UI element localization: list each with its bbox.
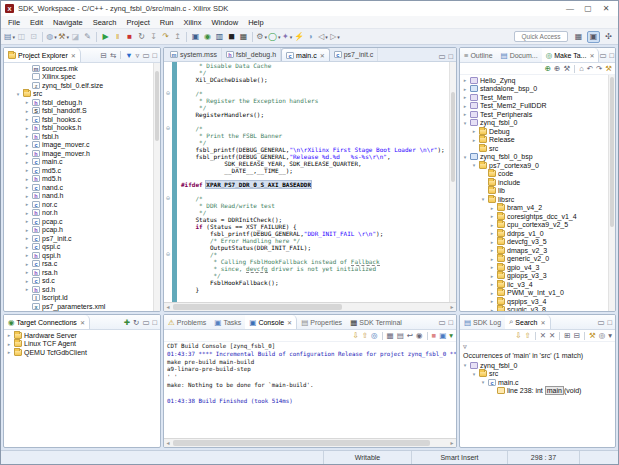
make-target-item-lib[interactable]: lib xyxy=(460,187,615,196)
scrollbar-thumb[interactable] xyxy=(173,440,430,446)
step-return-button[interactable]: ↥ xyxy=(172,31,183,43)
project-item-md5-c[interactable]: ▸cmd5.c xyxy=(4,166,160,175)
project-item-fsbl-h[interactable]: ▸hfsbl.h xyxy=(4,132,160,141)
clean-button[interactable]: ◪ xyxy=(70,31,81,43)
menu-edit[interactable]: Edit xyxy=(25,18,48,27)
make-target-item-zynq-fsbl-0-bsp[interactable]: ▾zynq_fsbl_0_bsp xyxy=(460,153,615,162)
expand-icon[interactable]: ▸ xyxy=(24,278,30,284)
make-target-item-coresightps-dcc-v1-4[interactable]: ▸coresightps_dcc_v1_4 xyxy=(460,212,615,221)
expand-icon[interactable]: ▸ xyxy=(489,298,495,304)
project-item-ps7-parameters-xml[interactable]: xps7_parameters.xml xyxy=(4,302,160,311)
code-line[interactable] xyxy=(164,83,449,90)
next-match-icon[interactable]: ⇩ xyxy=(515,331,521,340)
search-result-item-src[interactable]: ▾src xyxy=(460,370,615,379)
scrollbar-thumb[interactable] xyxy=(173,304,342,310)
make-target-item-test-mem[interactable]: ▸Test_Mem xyxy=(460,93,615,102)
expand-all-icon[interactable]: ⊞ xyxy=(564,331,570,340)
link-editor-icon[interactable]: ⇆ xyxy=(110,51,116,60)
project-item-pcap-c[interactable]: ▸cpcap.c xyxy=(4,217,160,226)
expand-icon[interactable]: ▸ xyxy=(489,247,495,253)
tab-project-explorer[interactable]: Project Explorer ✕ xyxy=(4,48,81,62)
expand-icon[interactable]: ▸ xyxy=(6,341,12,347)
collapse-icon[interactable]: ▾ xyxy=(462,154,468,160)
make-target-item-ddrps-v1-0[interactable]: ▸ddrps_v1_0 xyxy=(460,229,615,238)
scrollbar-horizontal[interactable]: ◄ ► xyxy=(164,438,456,447)
right-bottom-tab-sdk-log[interactable]: ▤SDK Log xyxy=(460,315,505,329)
code-line[interactable]: FsblHookFallback(); xyxy=(164,279,449,286)
search-history-icon[interactable]: ▾ xyxy=(608,331,612,340)
project-item-nand-c[interactable]: ▸cnand.c xyxy=(4,183,160,192)
code-line[interactable]: */ xyxy=(164,209,449,216)
expand-icon[interactable]: ▸ xyxy=(24,108,30,114)
cpp-perspective-button[interactable]: ▣ xyxy=(587,31,600,43)
code-line[interactable]: ⊖ /* xyxy=(164,251,449,258)
code-line[interactable]: } xyxy=(164,286,449,293)
code-line[interactable]: ⊖ /* xyxy=(164,90,449,97)
code-line[interactable]: RegisterHandlers(); xyxy=(164,111,449,118)
maximize-icon[interactable]: □ xyxy=(152,318,157,327)
console-view-button[interactable]: ▣ xyxy=(190,31,201,43)
code-line[interactable]: if (Status == XST_FAILURE) { xyxy=(164,223,449,230)
project-item-sd-c[interactable]: ▸csd.c xyxy=(4,277,160,286)
expand-icon[interactable]: ▸ xyxy=(462,77,468,83)
make-target-item-standalone-bsp-0[interactable]: ▸standalone_bsp_0 xyxy=(460,85,615,94)
menu-file[interactable]: File xyxy=(3,18,25,27)
project-item-qspi-h[interactable]: ▸hqspi.h xyxy=(4,251,160,260)
project-item-xilinx-spec[interactable]: Xilinx.spec xyxy=(4,311,160,312)
menu-navigate[interactable]: Navigate xyxy=(48,18,88,27)
expand-icon[interactable]: ▸ xyxy=(24,184,30,190)
make-target-item-gpiops-v3-3[interactable]: ▸gpiops_v3_3 xyxy=(460,272,615,281)
scrollbar-horizontal[interactable]: ◄ ► xyxy=(164,302,456,311)
minimize-icon[interactable]: ▭ xyxy=(597,318,604,327)
expand-icon[interactable]: ▸ xyxy=(489,213,495,219)
forward-icon[interactable]: ↷ xyxy=(596,64,602,73)
expand-icon[interactable]: ▸ xyxy=(24,227,30,233)
project-item-nand-h[interactable]: ▸hnand.h xyxy=(4,192,160,201)
project-item-main-c[interactable]: ▸cmain.c xyxy=(4,158,160,167)
expand-icon[interactable]: ▸ xyxy=(489,230,495,236)
expand-icon[interactable]: ▸ xyxy=(489,205,495,211)
scrollbar-thumb[interactable] xyxy=(610,77,614,227)
terminal-button[interactable]: ◼ xyxy=(226,31,237,43)
code-line[interactable] xyxy=(164,188,449,195)
edit-button[interactable]: ✎ xyxy=(82,31,93,43)
scroll-right-icon[interactable]: ► xyxy=(448,303,456,311)
scrollbar-vertical[interactable] xyxy=(153,63,160,311)
project-item-pcap-h[interactable]: ▸hpcap.h xyxy=(4,226,160,235)
make-target-item-test-mem2-fullddr[interactable]: ▸Test_Mem2_FullDDR xyxy=(460,102,615,111)
previous-match-icon[interactable]: ⇧ xyxy=(524,331,530,340)
editor-tab-system-mss[interactable]: msystem.mss xyxy=(166,48,222,61)
save-all-button[interactable]: ⊡ xyxy=(28,31,39,43)
fold-icon[interactable]: ⊖ xyxy=(164,195,172,202)
right-top-tab-outline[interactable]: ≡Outline xyxy=(460,48,497,62)
expand-icon[interactable]: ▸ xyxy=(24,252,30,258)
project-item-src[interactable]: ▾src xyxy=(4,90,160,99)
minimize-icon[interactable]: ▭ xyxy=(142,51,149,60)
collapse-icon[interactable]: ▾ xyxy=(480,196,486,202)
code-line[interactable]: * Calling FsblHookFallback instead of Fa… xyxy=(164,258,449,265)
code-line[interactable]: #ifdef XPAR_PS7_DDR_0_S_AXI_BASEADDR xyxy=(164,181,449,188)
expand-icon[interactable]: ▸ xyxy=(462,103,468,109)
code-line[interactable]: OutputStatus(DDR_INIT_FAIL); xyxy=(164,244,449,251)
expand-icon[interactable]: ▸ xyxy=(24,201,30,207)
step-into-button[interactable]: ↧ xyxy=(148,31,159,43)
project-item-nor-h[interactable]: ▸hnor.h xyxy=(4,209,160,218)
expand-icon[interactable]: ▸ xyxy=(462,111,468,117)
expand-icon[interactable]: ▸ xyxy=(489,281,495,287)
terminate-icon[interactable]: ■ xyxy=(432,331,437,340)
code-line[interactable]: Status = DDRInitCheck(); xyxy=(164,216,449,223)
project-item-zynq-fsbl-0-elf-size[interactable]: zzynq_fsbl_0.elf.size xyxy=(4,81,160,90)
console-tab-problems[interactable]: ⚠Problems xyxy=(164,315,210,329)
pause-button[interactable]: ‖ xyxy=(112,31,123,43)
clear-console-icon[interactable]: ▦ xyxy=(387,331,394,340)
collapse-icon[interactable]: ▾ xyxy=(462,362,468,368)
project-item-nor-c[interactable]: ▸cnor.c xyxy=(4,200,160,209)
expand-icon[interactable]: ▸ xyxy=(24,150,30,156)
code-line[interactable]: * DDR Read/write test xyxy=(164,202,449,209)
make-target-item-code[interactable]: code xyxy=(460,170,615,179)
target-item-linux-tcf-agent[interactable]: ▸Linux TCF Agent xyxy=(4,340,160,349)
code-line[interactable]: * Disable Data Cache xyxy=(164,62,449,69)
project-item-sources-mk[interactable]: msources.mk xyxy=(4,64,160,73)
previous-annotation-icon[interactable]: ⇧ xyxy=(362,331,368,340)
expand-icon[interactable]: ▸ xyxy=(24,167,30,173)
